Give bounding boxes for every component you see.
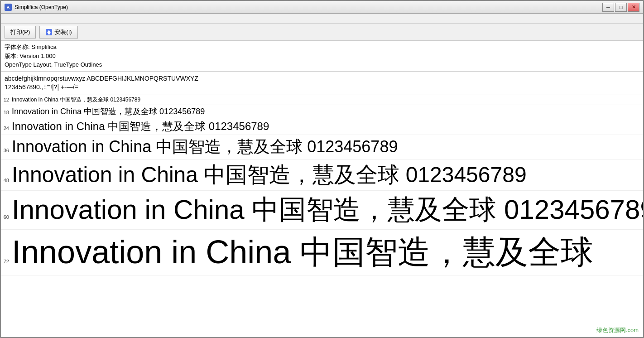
size-label-18: 18 xyxy=(1,110,12,115)
font-info: 字体名称: Simplifica 版本: Version 1.000 OpenT… xyxy=(1,41,643,72)
preview-text-12: Innovation in China 中国智造，慧及全球 0123456789 xyxy=(12,96,140,104)
preview-text-60: Innovation in China 中国智造，慧及全球 0123456789 xyxy=(12,192,643,228)
preview-row-36: 36 Innovation in China 中国智造，慧及全球 0123456… xyxy=(1,135,643,159)
title-bar-controls: ─ □ ✕ xyxy=(602,3,639,12)
preview-text-36: Innovation in China 中国智造，慧及全球 0123456789 xyxy=(12,136,398,158)
watermark: 绿色资源网.com xyxy=(596,326,639,334)
char-sample-line1: abcdefghijklmnopqrstuvwxyz ABCDEFGHIJKLM… xyxy=(5,74,639,83)
window-title: Simplifica (OpenType) xyxy=(14,4,68,10)
preview-text-24: Innovation in China 中国智造，慧及全球 0123456789 xyxy=(12,119,269,134)
title-bar-left: A Simplifica (OpenType) xyxy=(5,4,68,11)
preview-row-72: 72 Innovation in China 中国智造，慧及全球 xyxy=(1,230,643,275)
install-icon xyxy=(45,29,53,36)
maximize-button[interactable]: □ xyxy=(615,3,627,12)
preview-text-48: Innovation in China 中国智造，慧及全球 0123456789 xyxy=(12,160,527,189)
font-version: 版本: Version 1.000 xyxy=(5,52,639,61)
size-label-72: 72 xyxy=(1,259,12,264)
size-label-12: 12 xyxy=(1,97,12,102)
preview-row-18: 18 Innovation in China 中国智造，慧及全球 0123456… xyxy=(1,105,643,118)
char-sample: abcdefghijklmnopqrstuvwxyz ABCDEFGHIJKLM… xyxy=(1,72,643,95)
preview-row-12: 12 Innovation in China 中国智造，慧及全球 0123456… xyxy=(1,95,643,105)
preview-text-18: Innovation in China 中国智造，慧及全球 0123456789 xyxy=(12,106,205,117)
app-icon: A xyxy=(5,4,12,11)
size-label-36: 36 xyxy=(1,148,12,153)
print-button[interactable]: 打印(P) xyxy=(5,26,36,39)
preview-text-72: Innovation in China 中国智造，慧及全球 xyxy=(12,231,593,274)
watermark-text: 绿色资源网.com xyxy=(596,327,639,333)
toolbar: 打印(P) 安装(I) xyxy=(1,24,643,41)
close-button[interactable]: ✕ xyxy=(628,3,639,12)
preview-row-60: 60 Innovation in China 中国智造，慧及全球 0123456… xyxy=(1,191,643,230)
title-bar: A Simplifica (OpenType) ─ □ ✕ xyxy=(1,1,643,14)
app-window: A Simplifica (OpenType) ─ □ ✕ 打印(P) 安装(I… xyxy=(0,0,644,338)
preview-row-24: 24 Innovation in China 中国智造，慧及全球 0123456… xyxy=(1,118,643,135)
size-label-48: 48 xyxy=(1,178,12,183)
install-label: 安装(I) xyxy=(54,28,72,36)
install-button[interactable]: 安装(I) xyxy=(39,26,77,39)
font-type: OpenType Layout, TrueType Outlines xyxy=(5,60,639,69)
preview-area: 12 Innovation in China 中国智造，慧及全球 0123456… xyxy=(1,95,643,337)
preview-row-48: 48 Innovation in China 中国智造，慧及全球 0123456… xyxy=(1,159,643,191)
menu-bar xyxy=(1,14,643,24)
char-sample-line2: 1234567890.,:;'"!|?| +-—/= xyxy=(5,83,639,92)
font-name: 字体名称: Simplifica xyxy=(5,43,639,52)
size-label-24: 24 xyxy=(1,126,12,131)
size-label-60: 60 xyxy=(1,214,12,220)
minimize-button[interactable]: ─ xyxy=(602,3,614,12)
